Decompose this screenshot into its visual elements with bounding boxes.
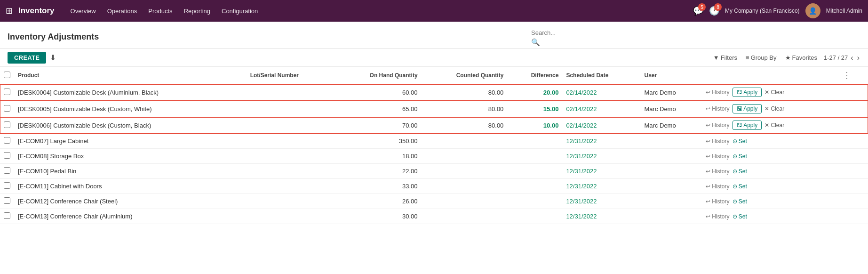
row-checkbox[interactable] — [4, 89, 10, 95]
col-user[interactable]: User — [641, 67, 702, 84]
action-buttons: ↩ History 🖫 Apply ✕ Clear — [706, 121, 833, 130]
history-button[interactable]: ↩ History — [706, 89, 730, 96]
set-button[interactable]: ⊙ Set — [733, 198, 747, 205]
cell-difference: 10.00 — [507, 117, 562, 134]
cell-product: [DESK0004] Customizable Desk (Aluminium,… — [14, 84, 247, 101]
filter-bar: ▼ Filters ≡ Group By ★ Favorites — [710, 53, 820, 63]
cell-actions: ↩ History ⊙ Set — [702, 149, 837, 164]
cell-product: [DESK0006] Customizable Desk (Custom, Bl… — [14, 117, 247, 134]
set-button[interactable]: ⊙ Set — [733, 213, 747, 220]
row-checkbox[interactable] — [4, 105, 10, 112]
apply-button[interactable]: 🖫 Apply — [733, 121, 762, 130]
cell-user — [641, 149, 702, 164]
row-checkbox[interactable] — [4, 121, 10, 128]
set-button[interactable]: ⊙ Set — [733, 183, 747, 190]
row-checkbox[interactable] — [4, 167, 10, 174]
cell-on-hand: 22.00 — [334, 164, 422, 179]
create-button[interactable]: CREATE — [8, 52, 46, 64]
cell-on-hand: 30.00 — [334, 209, 422, 224]
clear-button[interactable]: ✕ Clear — [764, 122, 784, 129]
apply-button[interactable]: 🖫 Apply — [733, 104, 762, 113]
next-page-button[interactable]: › — [856, 53, 860, 63]
set-button[interactable]: ⊙ Set — [733, 153, 747, 160]
select-all-header[interactable] — [0, 67, 14, 84]
row-checkbox[interactable] — [4, 197, 10, 204]
table-body: [DESK0004] Customizable Desk (Aluminium,… — [0, 84, 868, 224]
download-button[interactable]: ⬇ — [50, 53, 56, 62]
row-checkbox[interactable] — [4, 152, 10, 159]
search-button[interactable]: 🔍 — [531, 38, 540, 47]
action-buttons: ↩ History 🖫 Apply ✕ Clear — [706, 104, 833, 113]
table-row: [E-COM12] Conference Chair (Steel)26.001… — [0, 194, 868, 209]
table-row: [E-COM10] Pedal Bin22.0012/31/2022 ↩ His… — [0, 164, 868, 179]
top-navigation: ⊞ Inventory Overview Operations Products… — [0, 0, 868, 22]
nav-operations[interactable]: Operations — [103, 6, 142, 16]
select-all-checkbox[interactable] — [4, 72, 10, 78]
clear-button[interactable]: ✕ Clear — [764, 89, 784, 96]
company-name[interactable]: My Company (San Francisco) — [725, 8, 800, 14]
clock-notification[interactable]: 🕐 8 — [709, 6, 719, 16]
action-buttons: ↩ History ⊙ Set — [706, 213, 833, 220]
cell-date: 12/31/2022 — [562, 194, 640, 209]
action-buttons: ↩ History ⊙ Set — [706, 138, 833, 145]
cell-actions: ↩ History 🖫 Apply ✕ Clear — [702, 117, 837, 134]
cell-extra — [837, 134, 868, 149]
groupby-button[interactable]: ≡ Group By — [743, 53, 780, 63]
column-menu-button[interactable]: ⋮ — [841, 70, 853, 81]
col-on-hand[interactable]: On Hand Quantity — [334, 67, 422, 84]
filters-button[interactable]: ▼ Filters — [710, 53, 740, 63]
cell-difference — [507, 149, 562, 164]
col-scheduled-date[interactable]: Scheduled Date — [562, 67, 640, 84]
cell-actions: ↩ History 🖫 Apply ✕ Clear — [702, 101, 837, 117]
grid-icon[interactable]: ⊞ — [6, 6, 13, 16]
cell-difference — [507, 194, 562, 209]
col-counted[interactable]: Counted Quantity — [422, 67, 508, 84]
row-checkbox[interactable] — [4, 137, 10, 144]
user-avatar[interactable]: 👤 — [805, 3, 820, 18]
col-product[interactable]: Product — [14, 67, 247, 84]
row-checkbox[interactable] — [4, 212, 10, 219]
table-header-row: Product Lot/Serial Number On Hand Quanti… — [0, 67, 868, 84]
cell-user: Marc Demo — [641, 101, 702, 117]
history-button[interactable]: ↩ History — [706, 198, 730, 205]
history-button[interactable]: ↩ History — [706, 105, 730, 112]
cell-on-hand: 18.00 — [334, 149, 422, 164]
col-lot-serial[interactable]: Lot/Serial Number — [247, 67, 334, 84]
nav-overview[interactable]: Overview — [66, 6, 101, 16]
cell-lot — [247, 164, 334, 179]
col-difference[interactable]: Difference — [507, 67, 562, 84]
clear-button[interactable]: ✕ Clear — [764, 105, 784, 112]
history-button[interactable]: ↩ History — [706, 183, 730, 190]
cell-counted — [422, 149, 508, 164]
cell-actions: ↩ History 🖫 Apply ✕ Clear — [702, 84, 837, 101]
prev-page-button[interactable]: ‹ — [850, 53, 854, 63]
cell-extra — [837, 101, 868, 117]
history-button[interactable]: ↩ History — [706, 168, 730, 175]
cell-actions: ↩ History ⊙ Set — [702, 209, 837, 224]
history-button[interactable]: ↩ History — [706, 153, 730, 160]
cell-counted: 80.00 — [422, 117, 508, 134]
set-button[interactable]: ⊙ Set — [733, 168, 747, 175]
cell-difference: 15.00 — [507, 101, 562, 117]
history-button[interactable]: ↩ History — [706, 213, 730, 220]
cell-product: [E-COM11] Cabinet with Doors — [14, 179, 247, 194]
page-title: Inventory Adjustments — [8, 32, 99, 42]
history-button[interactable]: ↩ History — [706, 122, 730, 129]
row-checkbox[interactable] — [4, 182, 10, 189]
cell-extra — [837, 164, 868, 179]
app-brand[interactable]: Inventory — [18, 6, 55, 16]
apply-button[interactable]: 🖫 Apply — [733, 88, 762, 97]
cell-counted — [422, 194, 508, 209]
history-button[interactable]: ↩ History — [706, 138, 730, 145]
col-actions — [702, 67, 837, 84]
set-button[interactable]: ⊙ Set — [733, 138, 747, 145]
chat-notification[interactable]: 💬 5 — [693, 6, 703, 16]
cell-counted — [422, 134, 508, 149]
nav-products[interactable]: Products — [143, 6, 177, 16]
cell-date: 12/31/2022 — [562, 179, 640, 194]
nav-reporting[interactable]: Reporting — [179, 6, 215, 16]
user-name[interactable]: Mitchell Admin — [826, 8, 862, 14]
nav-configuration[interactable]: Configuration — [217, 6, 263, 16]
search-input[interactable] — [531, 27, 860, 38]
favorites-button[interactable]: ★ Favorites — [782, 53, 820, 63]
